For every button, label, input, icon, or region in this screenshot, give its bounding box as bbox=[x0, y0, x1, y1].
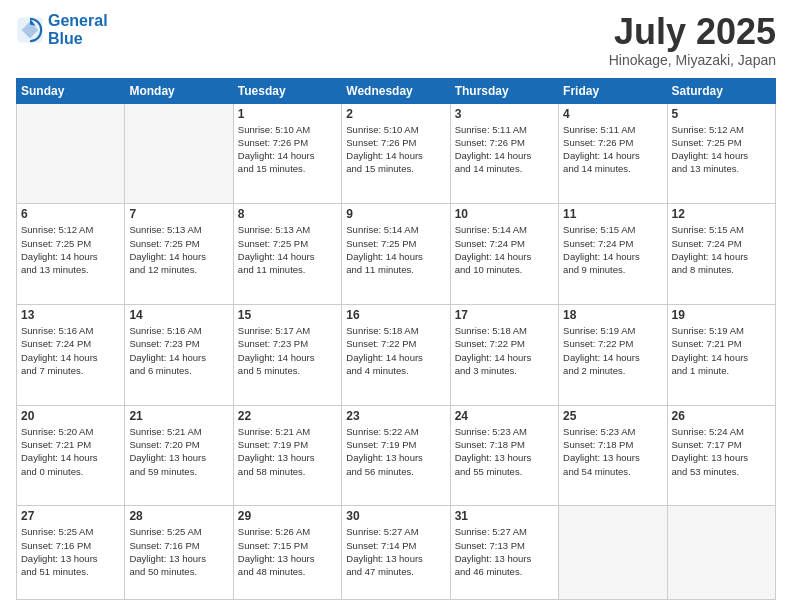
day-number: 6 bbox=[21, 207, 120, 221]
weekday-friday: Friday bbox=[559, 78, 667, 103]
day-cell: 1Sunrise: 5:10 AM Sunset: 7:26 PM Daylig… bbox=[233, 103, 341, 204]
week-row-3: 13Sunrise: 5:16 AM Sunset: 7:24 PM Dayli… bbox=[17, 305, 776, 406]
location: Hinokage, Miyazaki, Japan bbox=[609, 52, 776, 68]
day-info: Sunrise: 5:11 AM Sunset: 7:26 PM Dayligh… bbox=[563, 123, 662, 176]
day-number: 31 bbox=[455, 509, 554, 523]
day-cell bbox=[667, 506, 775, 600]
weekday-wednesday: Wednesday bbox=[342, 78, 450, 103]
day-number: 20 bbox=[21, 409, 120, 423]
day-number: 15 bbox=[238, 308, 337, 322]
day-cell: 11Sunrise: 5:15 AM Sunset: 7:24 PM Dayli… bbox=[559, 204, 667, 305]
day-info: Sunrise: 5:25 AM Sunset: 7:16 PM Dayligh… bbox=[21, 525, 120, 578]
week-row-2: 6Sunrise: 5:12 AM Sunset: 7:25 PM Daylig… bbox=[17, 204, 776, 305]
day-cell: 15Sunrise: 5:17 AM Sunset: 7:23 PM Dayli… bbox=[233, 305, 341, 406]
day-info: Sunrise: 5:27 AM Sunset: 7:14 PM Dayligh… bbox=[346, 525, 445, 578]
day-cell: 4Sunrise: 5:11 AM Sunset: 7:26 PM Daylig… bbox=[559, 103, 667, 204]
day-info: Sunrise: 5:12 AM Sunset: 7:25 PM Dayligh… bbox=[672, 123, 771, 176]
day-number: 21 bbox=[129, 409, 228, 423]
day-cell: 2Sunrise: 5:10 AM Sunset: 7:26 PM Daylig… bbox=[342, 103, 450, 204]
day-cell: 25Sunrise: 5:23 AM Sunset: 7:18 PM Dayli… bbox=[559, 405, 667, 506]
day-number: 5 bbox=[672, 107, 771, 121]
day-info: Sunrise: 5:23 AM Sunset: 7:18 PM Dayligh… bbox=[455, 425, 554, 478]
calendar: SundayMondayTuesdayWednesdayThursdayFrid… bbox=[16, 78, 776, 600]
day-cell: 17Sunrise: 5:18 AM Sunset: 7:22 PM Dayli… bbox=[450, 305, 558, 406]
day-cell: 3Sunrise: 5:11 AM Sunset: 7:26 PM Daylig… bbox=[450, 103, 558, 204]
day-info: Sunrise: 5:10 AM Sunset: 7:26 PM Dayligh… bbox=[238, 123, 337, 176]
day-number: 11 bbox=[563, 207, 662, 221]
logo-icon bbox=[16, 16, 44, 44]
day-number: 14 bbox=[129, 308, 228, 322]
header: General Blue July 2025 Hinokage, Miyazak… bbox=[16, 12, 776, 68]
day-cell: 22Sunrise: 5:21 AM Sunset: 7:19 PM Dayli… bbox=[233, 405, 341, 506]
day-number: 23 bbox=[346, 409, 445, 423]
day-cell: 9Sunrise: 5:14 AM Sunset: 7:25 PM Daylig… bbox=[342, 204, 450, 305]
day-number: 29 bbox=[238, 509, 337, 523]
day-cell: 8Sunrise: 5:13 AM Sunset: 7:25 PM Daylig… bbox=[233, 204, 341, 305]
day-info: Sunrise: 5:17 AM Sunset: 7:23 PM Dayligh… bbox=[238, 324, 337, 377]
day-number: 7 bbox=[129, 207, 228, 221]
day-number: 17 bbox=[455, 308, 554, 322]
weekday-monday: Monday bbox=[125, 78, 233, 103]
day-number: 24 bbox=[455, 409, 554, 423]
logo-line1: General bbox=[48, 12, 108, 29]
day-info: Sunrise: 5:19 AM Sunset: 7:21 PM Dayligh… bbox=[672, 324, 771, 377]
day-cell: 18Sunrise: 5:19 AM Sunset: 7:22 PM Dayli… bbox=[559, 305, 667, 406]
day-cell: 29Sunrise: 5:26 AM Sunset: 7:15 PM Dayli… bbox=[233, 506, 341, 600]
day-info: Sunrise: 5:11 AM Sunset: 7:26 PM Dayligh… bbox=[455, 123, 554, 176]
day-cell: 30Sunrise: 5:27 AM Sunset: 7:14 PM Dayli… bbox=[342, 506, 450, 600]
day-info: Sunrise: 5:15 AM Sunset: 7:24 PM Dayligh… bbox=[563, 223, 662, 276]
day-number: 1 bbox=[238, 107, 337, 121]
day-cell bbox=[559, 506, 667, 600]
day-number: 13 bbox=[21, 308, 120, 322]
day-cell: 28Sunrise: 5:25 AM Sunset: 7:16 PM Dayli… bbox=[125, 506, 233, 600]
day-cell: 6Sunrise: 5:12 AM Sunset: 7:25 PM Daylig… bbox=[17, 204, 125, 305]
day-cell: 27Sunrise: 5:25 AM Sunset: 7:16 PM Dayli… bbox=[17, 506, 125, 600]
day-number: 3 bbox=[455, 107, 554, 121]
day-number: 25 bbox=[563, 409, 662, 423]
day-number: 8 bbox=[238, 207, 337, 221]
weekday-thursday: Thursday bbox=[450, 78, 558, 103]
week-row-5: 27Sunrise: 5:25 AM Sunset: 7:16 PM Dayli… bbox=[17, 506, 776, 600]
day-number: 22 bbox=[238, 409, 337, 423]
day-cell: 13Sunrise: 5:16 AM Sunset: 7:24 PM Dayli… bbox=[17, 305, 125, 406]
day-number: 12 bbox=[672, 207, 771, 221]
day-cell: 20Sunrise: 5:20 AM Sunset: 7:21 PM Dayli… bbox=[17, 405, 125, 506]
day-cell: 12Sunrise: 5:15 AM Sunset: 7:24 PM Dayli… bbox=[667, 204, 775, 305]
day-cell bbox=[125, 103, 233, 204]
logo: General Blue bbox=[16, 12, 108, 47]
page: General Blue July 2025 Hinokage, Miyazak… bbox=[0, 0, 792, 612]
weekday-tuesday: Tuesday bbox=[233, 78, 341, 103]
day-info: Sunrise: 5:14 AM Sunset: 7:25 PM Dayligh… bbox=[346, 223, 445, 276]
month-title: July 2025 bbox=[609, 12, 776, 52]
day-info: Sunrise: 5:19 AM Sunset: 7:22 PM Dayligh… bbox=[563, 324, 662, 377]
day-info: Sunrise: 5:18 AM Sunset: 7:22 PM Dayligh… bbox=[455, 324, 554, 377]
day-info: Sunrise: 5:13 AM Sunset: 7:25 PM Dayligh… bbox=[238, 223, 337, 276]
day-number: 2 bbox=[346, 107, 445, 121]
day-cell: 16Sunrise: 5:18 AM Sunset: 7:22 PM Dayli… bbox=[342, 305, 450, 406]
weekday-saturday: Saturday bbox=[667, 78, 775, 103]
week-row-1: 1Sunrise: 5:10 AM Sunset: 7:26 PM Daylig… bbox=[17, 103, 776, 204]
day-number: 18 bbox=[563, 308, 662, 322]
day-cell: 14Sunrise: 5:16 AM Sunset: 7:23 PM Dayli… bbox=[125, 305, 233, 406]
day-cell: 23Sunrise: 5:22 AM Sunset: 7:19 PM Dayli… bbox=[342, 405, 450, 506]
day-cell: 31Sunrise: 5:27 AM Sunset: 7:13 PM Dayli… bbox=[450, 506, 558, 600]
day-info: Sunrise: 5:21 AM Sunset: 7:19 PM Dayligh… bbox=[238, 425, 337, 478]
day-info: Sunrise: 5:25 AM Sunset: 7:16 PM Dayligh… bbox=[129, 525, 228, 578]
day-info: Sunrise: 5:16 AM Sunset: 7:24 PM Dayligh… bbox=[21, 324, 120, 377]
day-number: 19 bbox=[672, 308, 771, 322]
day-info: Sunrise: 5:13 AM Sunset: 7:25 PM Dayligh… bbox=[129, 223, 228, 276]
day-number: 28 bbox=[129, 509, 228, 523]
title-block: July 2025 Hinokage, Miyazaki, Japan bbox=[609, 12, 776, 68]
day-info: Sunrise: 5:27 AM Sunset: 7:13 PM Dayligh… bbox=[455, 525, 554, 578]
day-info: Sunrise: 5:24 AM Sunset: 7:17 PM Dayligh… bbox=[672, 425, 771, 478]
day-info: Sunrise: 5:20 AM Sunset: 7:21 PM Dayligh… bbox=[21, 425, 120, 478]
day-info: Sunrise: 5:12 AM Sunset: 7:25 PM Dayligh… bbox=[21, 223, 120, 276]
day-info: Sunrise: 5:23 AM Sunset: 7:18 PM Dayligh… bbox=[563, 425, 662, 478]
day-number: 26 bbox=[672, 409, 771, 423]
day-cell: 19Sunrise: 5:19 AM Sunset: 7:21 PM Dayli… bbox=[667, 305, 775, 406]
day-info: Sunrise: 5:15 AM Sunset: 7:24 PM Dayligh… bbox=[672, 223, 771, 276]
day-info: Sunrise: 5:10 AM Sunset: 7:26 PM Dayligh… bbox=[346, 123, 445, 176]
day-info: Sunrise: 5:26 AM Sunset: 7:15 PM Dayligh… bbox=[238, 525, 337, 578]
day-number: 10 bbox=[455, 207, 554, 221]
day-info: Sunrise: 5:14 AM Sunset: 7:24 PM Dayligh… bbox=[455, 223, 554, 276]
